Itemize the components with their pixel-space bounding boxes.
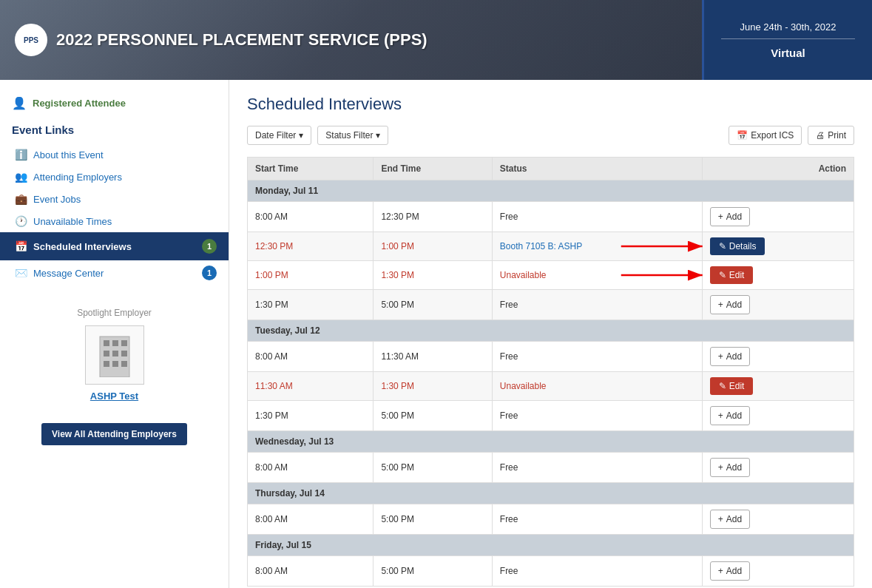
status: Free xyxy=(492,556,702,587)
status-filter-button[interactable]: Status Filter ▾ xyxy=(317,126,388,145)
export-ics-button[interactable]: 📅 Export ICS xyxy=(729,126,802,145)
svg-rect-9 xyxy=(121,361,127,367)
svg-rect-4 xyxy=(104,351,109,356)
svg-rect-6 xyxy=(121,351,127,356)
table-row: 8:00 AM 5:00 PM Free + Add xyxy=(248,453,854,483)
end-time: 5:00 PM xyxy=(374,556,492,587)
svg-rect-7 xyxy=(104,361,109,367)
view-all-employers-button[interactable]: View All Attending Employers xyxy=(41,423,187,445)
calendar-export-icon: 📅 xyxy=(737,130,748,141)
add-button[interactable]: + Add xyxy=(710,458,750,477)
start-time: 8:00 AM xyxy=(248,504,374,535)
status: Free xyxy=(492,401,702,431)
sidebar-item-about[interactable]: ℹ️ About this Event xyxy=(0,143,229,166)
page-title: Scheduled Interviews xyxy=(247,95,854,114)
registered-attendee: 👤 Registered Attendee xyxy=(0,92,229,121)
edit-icon: ✎ xyxy=(719,270,726,280)
table-row: 1:30 PM 5:00 PM Free + Add xyxy=(248,290,854,320)
sidebar-item-scheduled-interviews[interactable]: 📅 Scheduled Interviews 1 xyxy=(0,232,229,260)
table-row: 11:30 AM 1:30 PM Unavailable ✎ Edit xyxy=(248,372,854,401)
info-icon: ℹ️ xyxy=(15,149,27,160)
table-row: 8:00 AM 12:30 PM Free + Add xyxy=(248,202,854,232)
print-icon: 🖨 xyxy=(816,130,825,141)
plus-icon: + xyxy=(718,410,723,421)
header-banner: PPS 2022 PERSONNEL PLACEMENT SERVICE (PP… xyxy=(0,0,872,80)
action-cell: ✎ Edit xyxy=(702,261,854,290)
details-button[interactable]: ✎ Details xyxy=(710,237,765,255)
table-row: 12:30 PM 1:00 PM Booth 7105 B: ASHP ✎ De… xyxy=(248,232,854,261)
sidebar: 👤 Registered Attendee Event Links ℹ️ Abo… xyxy=(0,80,229,588)
add-button[interactable]: + Add xyxy=(710,207,750,226)
day-header-monday: Monday, Jul 11 xyxy=(248,180,854,202)
chevron-down-icon: ▾ xyxy=(376,130,380,141)
action-cell: + Add xyxy=(702,504,854,535)
spotlight-name[interactable]: ASHP Test xyxy=(12,391,217,402)
calendar-icon: 📅 xyxy=(15,240,27,252)
status: Free xyxy=(492,504,702,535)
col-start-time: Start Time xyxy=(248,158,374,180)
print-button[interactable]: 🖨 Print xyxy=(808,126,854,145)
action-cell: ✎ Edit xyxy=(702,372,854,401)
sidebar-item-message-center[interactable]: ✉️ Message Center 1 xyxy=(0,260,229,285)
start-time: 1:30 PM xyxy=(248,290,374,320)
plus-icon: + xyxy=(718,300,723,310)
sidebar-item-employers[interactable]: 👥 Attending Employers xyxy=(0,166,229,188)
svg-rect-5 xyxy=(112,351,118,356)
status: Free xyxy=(492,342,702,372)
header-title: 2022 PERSONNEL PLACEMENT SERVICE (PPS) xyxy=(56,30,427,50)
pps-logo: PPS xyxy=(15,24,47,56)
start-time: 1:00 PM xyxy=(248,261,374,290)
svg-rect-3 xyxy=(121,340,127,346)
end-time: 12:30 PM xyxy=(374,202,492,232)
start-time: 8:00 AM xyxy=(248,453,374,483)
plus-icon: + xyxy=(718,462,723,473)
end-time: 1:30 PM xyxy=(374,372,492,401)
schedule-table: Start Time End Time Status Action Monday… xyxy=(247,157,854,587)
day-header-thursday: Thursday, Jul 14 xyxy=(248,483,854,504)
edit-button[interactable]: ✎ Edit xyxy=(710,266,754,284)
col-status: Status xyxy=(492,158,702,180)
status: Free xyxy=(492,453,702,483)
end-time: 1:00 PM xyxy=(374,232,492,261)
sidebar-item-unavailable[interactable]: 🕐 Unavailable Times xyxy=(0,210,229,232)
header-date: June 24th - 30th, 2022 xyxy=(721,21,856,39)
plus-icon: + xyxy=(718,566,723,576)
plus-icon: + xyxy=(718,351,723,362)
envelope-icon: ✉️ xyxy=(15,267,27,279)
table-row: 8:00 AM 11:30 AM Free + Add xyxy=(248,342,854,372)
edit-icon: ✎ xyxy=(719,241,726,251)
group-icon: 👥 xyxy=(15,171,27,183)
action-cell: + Add xyxy=(702,290,854,320)
edit-icon: ✎ xyxy=(719,381,726,391)
briefcase-icon: 💼 xyxy=(15,193,27,205)
sidebar-item-jobs[interactable]: 💼 Event Jobs xyxy=(0,188,229,210)
header-virtual: Virtual xyxy=(771,47,805,59)
start-time: 8:00 AM xyxy=(248,342,374,372)
add-button[interactable]: + Add xyxy=(710,561,750,581)
col-action: Action xyxy=(702,158,854,180)
action-cell: ✎ Details xyxy=(702,232,854,261)
end-time: 5:00 PM xyxy=(374,504,492,535)
spotlight-label: Spotlight Employer xyxy=(12,308,217,318)
day-header-tuesday: Tuesday, Jul 12 xyxy=(248,320,854,342)
building-icon xyxy=(96,333,133,377)
header-content: PPS 2022 PERSONNEL PLACEMENT SERVICE (PP… xyxy=(15,24,606,56)
add-button[interactable]: + Add xyxy=(710,406,750,425)
add-button[interactable]: + Add xyxy=(710,347,750,366)
status: Booth 7105 B: ASHP xyxy=(492,232,702,261)
edit-button[interactable]: ✎ Edit xyxy=(710,377,754,395)
start-time: 11:30 AM xyxy=(248,372,374,401)
message-badge: 1 xyxy=(202,266,217,280)
add-button[interactable]: + Add xyxy=(710,510,750,529)
filters-right: 📅 Export ICS 🖨 Print xyxy=(729,126,854,145)
filters-bar: Date Filter ▾ Status Filter ▾ 📅 Export I… xyxy=(247,126,854,145)
day-header-wednesday: Wednesday, Jul 13 xyxy=(248,431,854,453)
action-cell: + Add xyxy=(702,401,854,431)
start-time: 1:30 PM xyxy=(248,401,374,431)
add-button[interactable]: + Add xyxy=(710,295,750,314)
status: Unavailable xyxy=(492,261,702,290)
header-date-box: June 24th - 30th, 2022 Virtual xyxy=(702,0,872,80)
date-filter-button[interactable]: Date Filter ▾ xyxy=(247,126,311,145)
table-wrapper: Start Time End Time Status Action Monday… xyxy=(247,157,854,587)
end-time: 5:00 PM xyxy=(374,290,492,320)
